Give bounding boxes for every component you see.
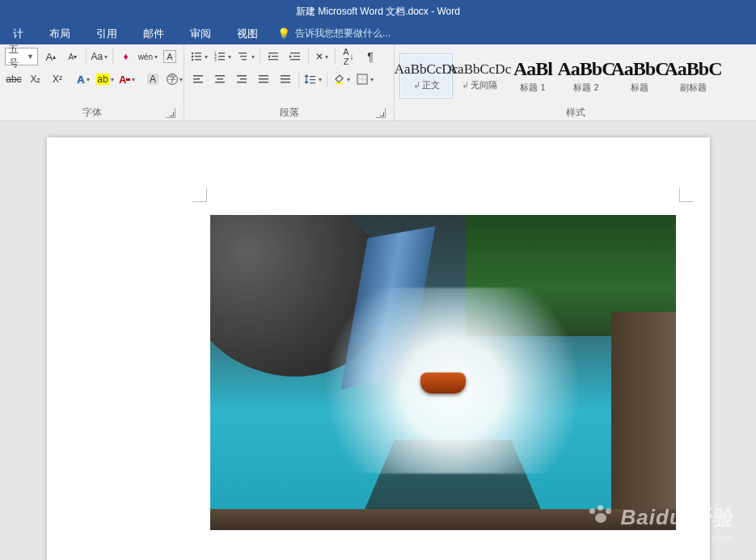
justify-button[interactable] xyxy=(255,70,272,88)
align-left-button[interactable] xyxy=(189,70,207,88)
separator xyxy=(308,48,309,65)
align-right-button[interactable] xyxy=(233,70,251,88)
document-page[interactable] xyxy=(47,137,710,560)
align-center-button[interactable] xyxy=(211,70,229,88)
style-item-3[interactable]: AaBbC标题 2 xyxy=(560,53,613,99)
numbering-icon: 123 xyxy=(213,50,226,63)
image-boat xyxy=(420,373,466,394)
ribbon-tabs: 计 布局 引用 邮件 审阅 视图 💡 告诉我您想要做什么... xyxy=(0,23,756,44)
show-marks-button[interactable]: ¶ xyxy=(361,48,379,65)
font-size-combo[interactable]: 五号 ▼ xyxy=(5,48,38,65)
svg-rect-14 xyxy=(242,59,247,60)
style-item-0[interactable]: AaBbCcDc↲正文 xyxy=(399,53,453,99)
align-right-icon xyxy=(235,73,248,86)
tab-references[interactable]: 引用 xyxy=(83,23,130,44)
clear-formatting-button[interactable]: ♦ xyxy=(117,48,135,65)
distributed-button[interactable] xyxy=(277,70,294,88)
bullets-icon xyxy=(190,50,203,63)
style-item-5[interactable]: AaBbC副标题 xyxy=(666,53,720,99)
change-case-button[interactable]: Aa▾ xyxy=(91,48,108,65)
enclose-characters-button[interactable]: 字▾ xyxy=(166,70,184,88)
font-size-value: 五号 xyxy=(9,43,23,70)
strikethrough-button[interactable]: abc xyxy=(5,70,23,88)
svg-rect-25 xyxy=(217,78,223,80)
phonetic-guide-button[interactable]: wén▾ xyxy=(139,48,157,65)
svg-rect-7 xyxy=(218,53,225,53)
shading-button[interactable]: ▾ xyxy=(332,70,351,88)
group-paragraph: ▾ 123▾ ▾ ✕▾ AZ↓ ¶ ▾ ▾ xyxy=(184,44,395,120)
style-name: 标题 xyxy=(631,82,648,94)
indent-icon xyxy=(289,50,302,63)
superscript-button[interactable]: X² xyxy=(49,70,66,88)
svg-rect-16 xyxy=(272,56,278,57)
style-name: ↲无间隔 xyxy=(462,79,497,91)
numbering-button[interactable]: 123▾ xyxy=(213,48,232,65)
tab-mailings[interactable]: 邮件 xyxy=(130,23,177,44)
style-preview: AaBl xyxy=(513,58,552,80)
group-label-styles: 样式 xyxy=(566,106,585,120)
image-floor xyxy=(210,509,676,530)
group-label-paragraph: 段落 xyxy=(280,106,299,120)
svg-rect-31 xyxy=(259,78,268,80)
svg-rect-15 xyxy=(268,53,278,53)
group-font: 五号 ▼ A▴ A▾ Aa▾ ♦ wén▾ A abc X₂ X² A▾ ab▾… xyxy=(0,44,184,120)
svg-rect-32 xyxy=(259,82,268,83)
highlight-button[interactable]: ab▾ xyxy=(96,70,114,88)
style-item-2[interactable]: AaBl标题 1 xyxy=(506,53,560,99)
borders-icon xyxy=(356,73,369,86)
separator xyxy=(260,48,260,65)
lightbulb-icon: 💡 xyxy=(277,27,290,40)
sort-button[interactable]: AZ↓ xyxy=(340,48,357,65)
font-dialog-launcher[interactable] xyxy=(166,108,175,118)
tab-view[interactable]: 视图 xyxy=(224,23,271,44)
borders-button[interactable]: ▾ xyxy=(355,70,374,88)
styles-gallery[interactable]: AaBbCcDc↲正文AaBbCcDc↲无间隔AaBl标题 1AaBbC标题 2… xyxy=(399,53,751,99)
svg-point-2 xyxy=(192,56,194,58)
line-spacing-button[interactable]: ▾ xyxy=(303,70,323,88)
inserted-image[interactable] xyxy=(210,215,676,530)
svg-rect-18 xyxy=(290,53,300,53)
tab-layout[interactable]: 布局 xyxy=(36,23,83,44)
svg-rect-39 xyxy=(335,82,343,84)
text-effects-button[interactable]: A▾ xyxy=(74,70,92,88)
separator xyxy=(86,48,87,65)
svg-text:3: 3 xyxy=(214,57,217,62)
svg-rect-26 xyxy=(215,82,225,83)
multilevel-icon xyxy=(237,50,250,63)
font-color-button[interactable]: A▾ xyxy=(118,70,136,88)
image-wall xyxy=(611,312,676,530)
svg-rect-5 xyxy=(195,59,201,60)
tab-design-partial[interactable]: 计 xyxy=(0,23,36,44)
distributed-icon xyxy=(279,73,292,86)
style-item-4[interactable]: AaBbC标题 xyxy=(613,53,666,99)
bullets-button[interactable]: ▾ xyxy=(189,48,209,65)
separator xyxy=(298,71,299,87)
subscript-button[interactable]: X₂ xyxy=(27,70,44,88)
grow-font-button[interactable]: A▴ xyxy=(42,48,60,65)
svg-rect-17 xyxy=(268,59,278,60)
align-center-icon xyxy=(213,73,226,86)
tell-me-placeholder: 告诉我您想要做什么... xyxy=(295,27,391,40)
svg-rect-34 xyxy=(281,78,290,80)
group-styles: AaBbCcDc↲正文AaBbCcDc↲无间隔AaBl标题 1AaBbC标题 2… xyxy=(395,44,756,120)
svg-rect-33 xyxy=(281,75,290,77)
decrease-indent-button[interactable] xyxy=(264,48,282,65)
multilevel-list-button[interactable]: ▾ xyxy=(236,48,256,65)
ribbon: 五号 ▼ A▴ A▾ Aa▾ ♦ wén▾ A abc X₂ X² A▾ ab▾… xyxy=(0,44,756,121)
paragraph-dialog-launcher[interactable] xyxy=(376,108,386,118)
separator xyxy=(327,71,327,87)
style-name: ↲正文 xyxy=(413,79,440,91)
svg-rect-21 xyxy=(193,75,203,77)
svg-rect-3 xyxy=(195,56,201,57)
tab-review[interactable]: 审阅 xyxy=(177,23,224,44)
tell-me-search[interactable]: 💡 告诉我您想要做什么... xyxy=(277,27,391,40)
increase-indent-button[interactable] xyxy=(286,48,304,65)
character-shading-button[interactable]: A xyxy=(144,70,162,88)
character-border-button[interactable]: A xyxy=(161,48,179,65)
asian-layout-button[interactable]: ✕▾ xyxy=(313,48,331,65)
separator xyxy=(335,48,336,65)
svg-rect-12 xyxy=(239,53,247,53)
style-item-1[interactable]: AaBbCcDc↲无间隔 xyxy=(453,53,506,99)
shrink-font-button[interactable]: A▾ xyxy=(64,48,82,65)
document-workspace[interactable] xyxy=(0,121,756,560)
